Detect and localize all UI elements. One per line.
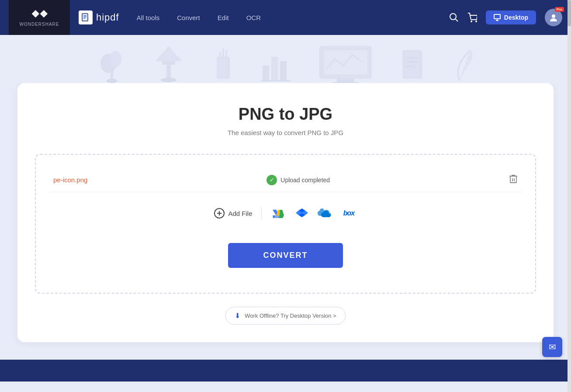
desktop-btn-label: Desktop <box>504 14 528 21</box>
convert-button[interactable]: CONVERT <box>228 243 343 268</box>
converter-card: PNG to JPG The easiest way to convert PN… <box>17 83 554 342</box>
main-content: PNG to JPG The easiest way to convert PN… <box>0 83 571 360</box>
offline-banner: ⬇ Work Offline? Try Desktop Version > <box>35 307 536 325</box>
svg-rect-3 <box>83 18 85 19</box>
svg-point-13 <box>109 51 121 67</box>
scrollbar[interactable] <box>568 0 571 392</box>
page-subtitle: The easiest way to convert PNG to JPG <box>35 129 536 136</box>
pro-badge: Pro <box>555 7 564 12</box>
navbar: ❖❖ wondershare hipdf All tools Convert E… <box>0 0 571 35</box>
offline-link[interactable]: ⬇ Work Offline? Try Desktop Version > <box>225 307 345 325</box>
svg-point-7 <box>476 21 477 22</box>
avatar-wrapper[interactable]: Pro <box>545 9 562 26</box>
svg-rect-24 <box>263 66 269 81</box>
file-row: pe-icon.png ✓ Upload completed <box>49 168 522 192</box>
cart-button[interactable] <box>467 13 477 22</box>
check-icon: ✓ <box>266 175 277 185</box>
svg-rect-1 <box>83 15 87 16</box>
nav-actions: Desktop Pro <box>449 9 562 26</box>
offline-icon: ⬇ <box>235 312 240 320</box>
svg-point-19 <box>161 78 176 82</box>
hipdf-logo[interactable]: hipdf <box>79 10 119 24</box>
svg-rect-2 <box>83 17 87 17</box>
nav-links: All tools Convert Edit OCR <box>137 14 449 21</box>
cloud-icons: box <box>270 205 357 221</box>
svg-rect-30 <box>337 79 354 82</box>
add-file-label: Add File <box>228 210 252 217</box>
svg-rect-17 <box>162 61 175 65</box>
file-name: pe-icon.png <box>53 176 87 184</box>
hero-background <box>0 35 571 83</box>
upload-status: ✓ Upload completed <box>266 175 330 185</box>
svg-rect-25 <box>271 57 278 81</box>
scrollbar-thumb[interactable] <box>568 0 571 26</box>
svg-rect-26 <box>280 61 287 81</box>
svg-point-4 <box>450 14 456 20</box>
add-file-row: Add File <box>49 192 522 234</box>
convert-button-wrapper: CONVERT <box>49 243 522 268</box>
onedrive-button[interactable] <box>318 205 333 221</box>
upload-area[interactable]: pe-icon.png ✓ Upload completed <box>35 154 536 294</box>
nav-convert[interactable]: Convert <box>177 14 200 21</box>
float-icon: ✉ <box>549 342 556 352</box>
box-button[interactable]: box <box>341 205 357 221</box>
hero-illustrations <box>99 44 472 83</box>
svg-rect-31 <box>332 82 359 83</box>
offline-link-text: Work Offline? Try Desktop Version > <box>245 312 336 319</box>
float-message-button[interactable]: ✉ <box>542 337 562 357</box>
footer <box>0 360 571 382</box>
wondershare-label: wondershare <box>19 22 59 27</box>
svg-rect-36 <box>510 176 516 183</box>
nav-ocr[interactable]: OCR <box>246 14 261 21</box>
divider <box>261 207 262 219</box>
status-text: Upload completed <box>280 177 330 184</box>
svg-rect-20 <box>217 57 230 79</box>
google-drive-button[interactable] <box>270 205 286 221</box>
wondershare-icon: ❖❖ <box>31 9 48 20</box>
svg-line-5 <box>455 19 458 21</box>
wondershare-brand: ❖❖ wondershare <box>9 0 70 35</box>
hipdf-icon <box>79 10 93 24</box>
dropbox-button[interactable] <box>294 205 310 221</box>
desktop-button[interactable]: Desktop <box>486 10 536 24</box>
svg-rect-8 <box>494 14 500 19</box>
delete-file-button[interactable] <box>509 174 518 186</box>
svg-rect-18 <box>166 65 171 80</box>
search-button[interactable] <box>449 13 459 22</box>
svg-rect-32 <box>402 50 422 79</box>
nav-edit[interactable]: Edit <box>218 14 229 21</box>
svg-point-11 <box>552 14 555 18</box>
svg-point-15 <box>107 79 117 83</box>
box-logo-text: box <box>343 209 354 217</box>
add-file-button[interactable]: Add File <box>214 208 252 219</box>
page-title: PNG to JPG <box>35 105 536 124</box>
hipdf-text: hipdf <box>96 12 119 23</box>
svg-marker-16 <box>156 46 182 61</box>
svg-point-6 <box>471 21 472 22</box>
nav-all-tools[interactable]: All tools <box>137 14 160 21</box>
